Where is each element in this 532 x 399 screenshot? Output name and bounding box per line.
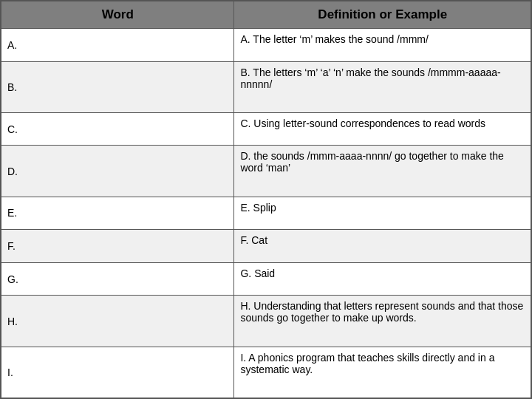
definition-cell: B. The letters ‘m’ ‘a’ ‘n’ make the soun… bbox=[234, 61, 531, 112]
table-row: F.F. Cat bbox=[1, 230, 531, 263]
word-cell: F. bbox=[1, 230, 234, 263]
definition-cell: H. Understanding that letters represent … bbox=[234, 296, 531, 347]
definition-cell: D. the sounds /mmm-aaaa-nnnn/ go togethe… bbox=[234, 146, 531, 197]
table-row: B.B. The letters ‘m’ ‘a’ ‘n’ make the so… bbox=[1, 61, 531, 112]
table-header-row: Word Definition or Example bbox=[1, 1, 531, 29]
word-cell: I. bbox=[1, 347, 234, 398]
vocabulary-table: Word Definition or Example A.A. The lett… bbox=[1, 1, 531, 398]
word-column-header: Word bbox=[1, 1, 234, 29]
definition-column-header: Definition or Example bbox=[234, 1, 531, 29]
word-cell: B. bbox=[1, 61, 234, 112]
table-row: C.C. Using letter-sound correspondences … bbox=[1, 112, 531, 146]
definition-cell: I. A phonics program that teaches skills… bbox=[234, 347, 531, 398]
definition-cell: C. Using letter-sound correspondences to… bbox=[234, 112, 531, 146]
word-cell: H. bbox=[1, 296, 234, 347]
main-table-container: Word Definition or Example A.A. The lett… bbox=[0, 0, 532, 399]
definition-cell: G. Said bbox=[234, 262, 531, 296]
definition-cell: F. Cat bbox=[234, 230, 531, 263]
table-row: A.A. The letter ‘m’ makes the sound /mmm… bbox=[1, 29, 531, 62]
word-cell: G. bbox=[1, 262, 234, 296]
word-cell: C. bbox=[1, 112, 234, 146]
definition-cell: A. The letter ‘m’ makes the sound /mmm/ bbox=[234, 29, 531, 62]
word-cell: A. bbox=[1, 29, 234, 62]
table-row: D.D. the sounds /mmm-aaaa-nnnn/ go toget… bbox=[1, 146, 531, 197]
table-row: E.E. Splip bbox=[1, 197, 531, 230]
table-row: I.I. A phonics program that teaches skil… bbox=[1, 347, 531, 398]
table-row: G.G. Said bbox=[1, 262, 531, 296]
table-row: H.H. Understanding that letters represen… bbox=[1, 296, 531, 347]
definition-cell: E. Splip bbox=[234, 197, 531, 230]
word-cell: D. bbox=[1, 146, 234, 197]
word-cell: E. bbox=[1, 197, 234, 230]
